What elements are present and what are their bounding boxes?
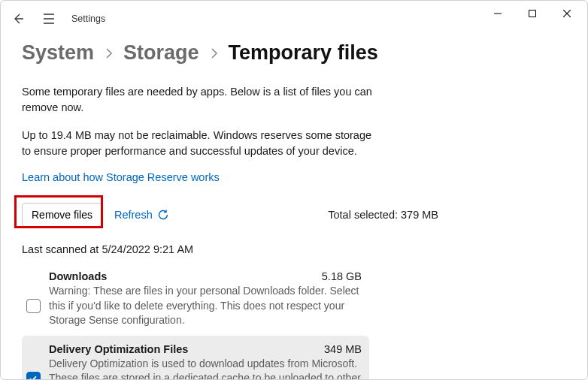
window-title: Settings [71,14,105,24]
list-item[interactable]: Downloads 5.18 GB Warning: These are fil… [22,263,369,336]
check-icon [29,374,38,379]
item-size: 349 MB [324,343,362,355]
learn-more-link[interactable]: Learn about how Storage Reserve works [22,171,220,183]
content-area: System Storage Temporary files Some temp… [1,37,587,379]
chevron-right-icon [105,47,113,59]
checkbox-downloads[interactable] [26,299,41,313]
item-size: 5.18 GB [322,270,362,282]
actions-row: Remove files Refresh Total selected: 379… [22,203,566,227]
title-bar: Settings [1,1,587,37]
last-scanned-text: Last scanned at 5/24/2022 9:21 AM [22,243,566,255]
total-selected: Total selected: 379 MB [328,209,566,221]
item-desc: Delivery Optimization is used to downloa… [49,357,362,379]
breadcrumb-storage[interactable]: Storage [123,41,199,65]
refresh-icon [157,209,169,221]
page-title: Temporary files [229,41,378,65]
chevron-right-icon [210,47,218,59]
item-title: Downloads [49,270,107,282]
back-button[interactable] [7,7,31,31]
close-button[interactable] [550,2,584,25]
breadcrumb-system[interactable]: System [22,41,94,65]
hamburger-icon[interactable] [37,7,61,31]
breadcrumb: System Storage Temporary files [22,41,566,65]
svg-rect-0 [529,11,536,17]
item-desc: Warning: These are files in your persona… [49,284,362,328]
list-item[interactable]: Delivery Optimization Files 349 MB Deliv… [22,336,369,379]
file-list: Downloads 5.18 GB Warning: These are fil… [22,263,369,379]
refresh-button[interactable]: Refresh [114,209,169,221]
intro-text-2: Up to 19.4 MB may not be reclaimable. Wi… [22,128,375,159]
remove-files-button[interactable]: Remove files [22,203,102,227]
checkbox-delivery-optimization[interactable] [26,372,41,379]
window-controls [480,2,584,25]
maximize-button[interactable] [515,2,550,25]
intro-text-1: Some temporary files are needed by apps.… [22,84,375,116]
minimize-button[interactable] [480,2,515,25]
refresh-label: Refresh [114,209,153,221]
item-title: Delivery Optimization Files [49,343,188,355]
